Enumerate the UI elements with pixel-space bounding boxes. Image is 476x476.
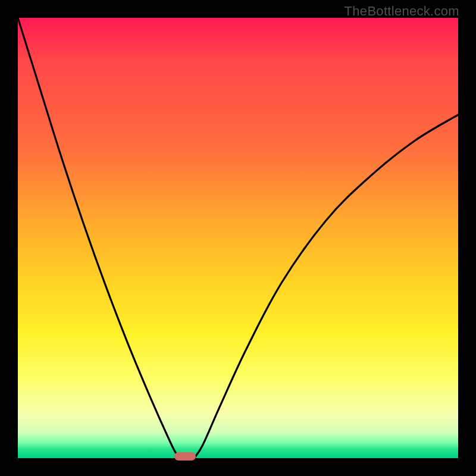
chart-frame: TheBottleneck.com (0, 0, 476, 476)
curve-left-branch (18, 18, 183, 458)
curve-layer (18, 18, 458, 458)
watermark-text: TheBottleneck.com (345, 4, 459, 19)
curve-right-branch (194, 115, 458, 458)
optimal-marker (174, 452, 196, 461)
plot-area (18, 18, 458, 458)
